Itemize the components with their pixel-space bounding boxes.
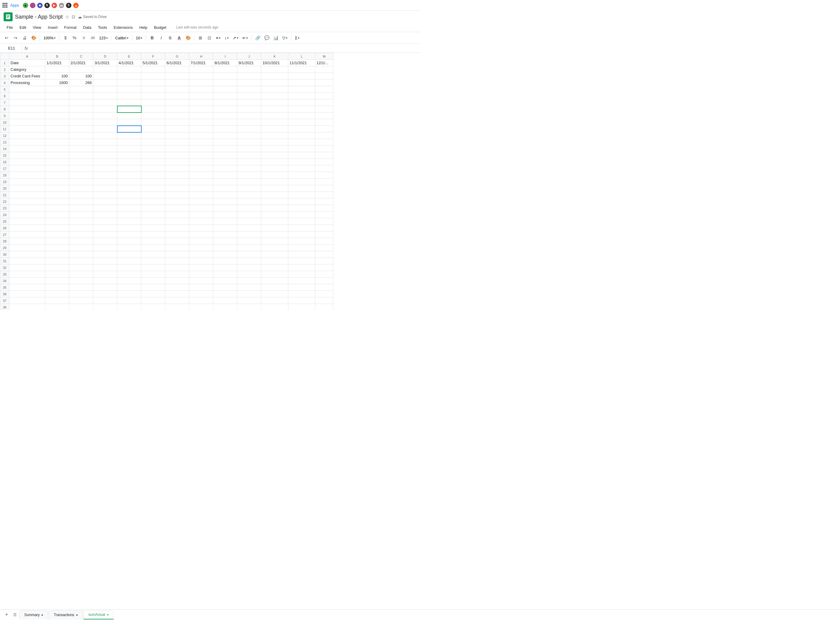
cell-C32[interactable] [69, 264, 93, 271]
menu-file[interactable]: File [4, 24, 16, 31]
cell-F18[interactable] [141, 172, 165, 179]
favicon-5[interactable]: ▶ [52, 3, 57, 8]
cell-I16[interactable] [213, 159, 237, 166]
row-header-33[interactable]: 33 [0, 271, 9, 278]
cell-A1[interactable]: Date [9, 60, 45, 66]
cell-I35[interactable] [213, 284, 237, 291]
menu-extensions[interactable]: Extensions [111, 24, 136, 31]
cell-F15[interactable] [141, 152, 165, 159]
cell-F33[interactable] [141, 271, 165, 278]
row-header-25[interactable]: 25 [0, 218, 9, 225]
cell-A15[interactable] [9, 152, 45, 159]
cell-I5[interactable] [213, 86, 237, 93]
cell-L5[interactable] [288, 86, 315, 93]
cell-F10[interactable] [141, 119, 165, 126]
cell-B21[interactable] [45, 192, 69, 199]
cell-A26[interactable] [9, 225, 45, 232]
cell-L32[interactable] [288, 264, 315, 271]
cell-E12[interactable] [117, 132, 141, 139]
cell-M31[interactable] [315, 258, 333, 264]
col-header-I[interactable]: I [213, 53, 237, 60]
cell-D33[interactable] [93, 271, 117, 278]
cell-A38[interactable] [9, 304, 45, 310]
cell-H35[interactable] [189, 284, 213, 291]
cell-C9[interactable] [69, 113, 93, 119]
google-apps-icon[interactable] [2, 3, 8, 8]
cell-E23[interactable] [117, 205, 141, 212]
cell-E1[interactable]: 4/1/2021 [117, 60, 141, 66]
cell-K5[interactable] [261, 86, 288, 93]
cell-E29[interactable] [117, 245, 141, 251]
cell-A12[interactable] [9, 132, 45, 139]
cell-D21[interactable] [93, 192, 117, 199]
cell-G3[interactable] [165, 73, 189, 80]
cell-M21[interactable] [315, 192, 333, 199]
menu-help[interactable]: Help [136, 24, 150, 31]
cell-C37[interactable] [69, 297, 93, 304]
cell-A14[interactable] [9, 146, 45, 152]
cell-L31[interactable] [288, 258, 315, 264]
cell-H20[interactable] [189, 185, 213, 192]
cell-K36[interactable] [261, 291, 288, 297]
cell-J5[interactable] [237, 86, 261, 93]
cell-F34[interactable] [141, 278, 165, 284]
cell-M16[interactable] [315, 159, 333, 166]
cell-I6[interactable] [213, 93, 237, 99]
sum-button[interactable]: Σ ▾ [293, 34, 301, 42]
cell-K12[interactable] [261, 132, 288, 139]
cell-C30[interactable] [69, 251, 93, 258]
cell-B29[interactable] [45, 245, 69, 251]
favicon-8[interactable]: 🔥 [73, 3, 79, 8]
cell-A2[interactable]: Category [9, 66, 45, 73]
cell-G31[interactable] [165, 258, 189, 264]
cell-E34[interactable] [117, 278, 141, 284]
cell-G37[interactable] [165, 297, 189, 304]
cell-H14[interactable] [189, 146, 213, 152]
cell-H7[interactable] [189, 99, 213, 106]
document-title[interactable]: Sample - App Script [15, 14, 63, 20]
row-header-18[interactable]: 18 [0, 172, 9, 179]
cell-H22[interactable] [189, 199, 213, 205]
cell-H4[interactable] [189, 80, 213, 86]
cell-D28[interactable] [93, 238, 117, 245]
cell-A20[interactable] [9, 185, 45, 192]
cell-D22[interactable] [93, 199, 117, 205]
cell-B36[interactable] [45, 291, 69, 297]
cell-F38[interactable] [141, 304, 165, 310]
cell-B6[interactable] [45, 93, 69, 99]
cell-H5[interactable] [189, 86, 213, 93]
row-header-10[interactable]: 10 [0, 119, 9, 126]
cell-C19[interactable] [69, 179, 93, 185]
strikethrough-button[interactable]: S [166, 34, 174, 42]
cell-B26[interactable] [45, 225, 69, 232]
cell-B24[interactable] [45, 212, 69, 218]
cell-H34[interactable] [189, 278, 213, 284]
cell-F20[interactable] [141, 185, 165, 192]
menu-insert[interactable]: Insert [45, 24, 61, 31]
cell-K28[interactable] [261, 238, 288, 245]
cell-M30[interactable] [315, 251, 333, 258]
cell-D38[interactable] [93, 304, 117, 310]
cell-M12[interactable] [315, 132, 333, 139]
font-dropdown[interactable]: Calibri ▾ [113, 34, 130, 42]
cell-K1[interactable]: 10/1/2021 [261, 60, 288, 66]
cell-A36[interactable] [9, 291, 45, 297]
cell-I36[interactable] [213, 291, 237, 297]
cell-G12[interactable] [165, 132, 189, 139]
row-header-32[interactable]: 32 [0, 264, 9, 271]
cell-B8[interactable] [45, 106, 69, 113]
cell-D20[interactable] [93, 185, 117, 192]
cell-K27[interactable] [261, 232, 288, 238]
cell-K14[interactable] [261, 146, 288, 152]
cell-F13[interactable] [141, 139, 165, 146]
cell-L23[interactable] [288, 205, 315, 212]
apps-link[interactable]: Apps [10, 3, 19, 8]
cell-I26[interactable] [213, 225, 237, 232]
cell-B18[interactable] [45, 172, 69, 179]
cell-J14[interactable] [237, 146, 261, 152]
cell-A28[interactable] [9, 238, 45, 245]
cell-G17[interactable] [165, 166, 189, 172]
col-header-B[interactable]: B [45, 53, 69, 60]
cell-C16[interactable] [69, 159, 93, 166]
cell-C8[interactable] [69, 106, 93, 113]
